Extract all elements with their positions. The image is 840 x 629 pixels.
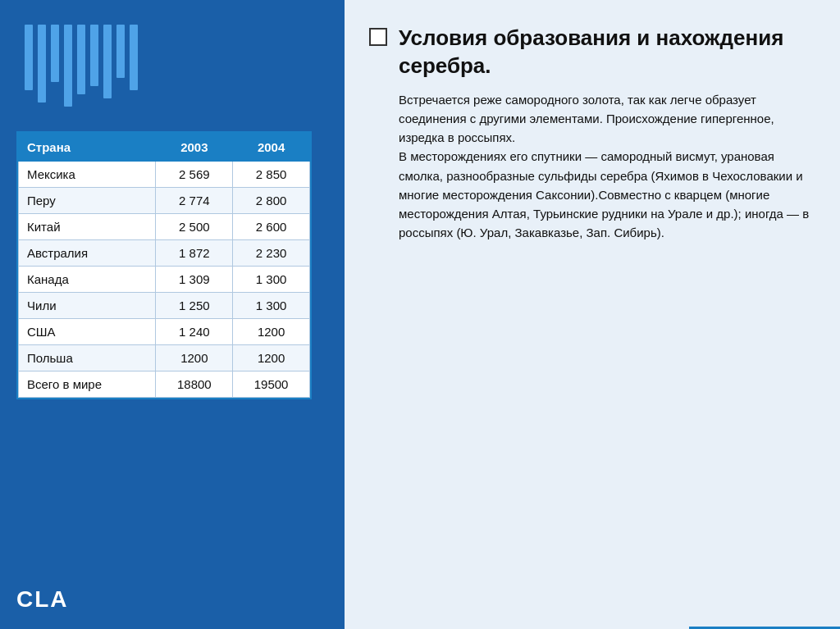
silver-production-table: Страна 2003 2004 Мексика2 5692 850Перу2 … bbox=[18, 133, 310, 398]
bottom-label: CLA bbox=[16, 586, 69, 613]
deco-line bbox=[103, 25, 112, 98]
table-cell: США bbox=[19, 319, 156, 345]
table-row: Канада1 3091 300 bbox=[19, 267, 310, 293]
table-cell: 1 250 bbox=[156, 293, 233, 319]
table-cell: 2 774 bbox=[156, 188, 233, 214]
table-cell: 1 309 bbox=[156, 267, 233, 293]
table-cell: 2 569 bbox=[156, 162, 233, 188]
table-cell: 2 600 bbox=[233, 214, 310, 240]
col-header-2004: 2004 bbox=[233, 134, 310, 162]
table-cell: 1 240 bbox=[156, 319, 233, 345]
table-cell: 1 300 bbox=[233, 293, 310, 319]
col-header-country: Страна bbox=[19, 134, 156, 162]
right-content: Условия образования и нахождения серебра… bbox=[369, 25, 811, 243]
table-row: Китай2 5002 600 bbox=[19, 214, 310, 240]
deco-line bbox=[64, 25, 72, 107]
table-cell: Китай bbox=[19, 214, 156, 240]
table-cell: 1200 bbox=[233, 319, 310, 345]
table-row: Польша12001200 bbox=[19, 345, 310, 371]
table-cell: Перу bbox=[19, 188, 156, 214]
table-cell: 1200 bbox=[156, 345, 233, 371]
section-title: Условия образования и нахождения серебра… bbox=[399, 25, 811, 80]
table-cell: 2 230 bbox=[233, 240, 310, 267]
table-row: США1 2401200 bbox=[19, 319, 310, 345]
table-cell: 2 850 bbox=[233, 162, 310, 188]
table-cell: Австралия bbox=[19, 240, 156, 267]
table-cell: Всего в мире bbox=[19, 371, 156, 398]
table-cell: 18800 bbox=[156, 371, 233, 398]
table-row: Чили1 2501 300 bbox=[19, 293, 310, 319]
deco-line bbox=[90, 25, 98, 86]
deco-line bbox=[25, 25, 33, 90]
table-cell: 19500 bbox=[233, 371, 310, 398]
table-row: Перу2 7742 800 bbox=[19, 188, 310, 214]
col-header-2003: 2003 bbox=[156, 134, 233, 162]
table-row: Мексика2 5692 850 bbox=[19, 162, 310, 188]
section-body: Встречается реже самородного золота, так… bbox=[399, 90, 811, 243]
checkbox-icon bbox=[369, 28, 387, 46]
deco-line bbox=[38, 25, 46, 103]
table-cell: Мексика bbox=[19, 162, 156, 188]
data-table-container: Страна 2003 2004 Мексика2 5692 850Перу2 … bbox=[16, 131, 312, 399]
deco-line bbox=[51, 25, 59, 82]
table-cell: 1200 bbox=[233, 345, 310, 371]
left-panel: Страна 2003 2004 Мексика2 5692 850Перу2 … bbox=[0, 0, 345, 629]
table-cell: 2 800 bbox=[233, 188, 310, 214]
table-cell: Чили bbox=[19, 293, 156, 319]
deco-line bbox=[116, 25, 125, 78]
deco-line bbox=[77, 25, 85, 94]
table-cell: Польша bbox=[19, 345, 156, 371]
table-cell: 1 872 bbox=[156, 240, 233, 267]
deco-line bbox=[130, 25, 138, 90]
decorative-lines bbox=[25, 25, 138, 107]
table-cell: Канада bbox=[19, 267, 156, 293]
table-cell: 2 500 bbox=[156, 214, 233, 240]
text-block: Условия образования и нахождения серебра… bbox=[399, 25, 811, 243]
table-row: Всего в мире1880019500 bbox=[19, 371, 310, 398]
right-panel: Условия образования и нахождения серебра… bbox=[345, 0, 840, 629]
table-row: Австралия1 8722 230 bbox=[19, 240, 310, 267]
table-cell: 1 300 bbox=[233, 267, 310, 293]
